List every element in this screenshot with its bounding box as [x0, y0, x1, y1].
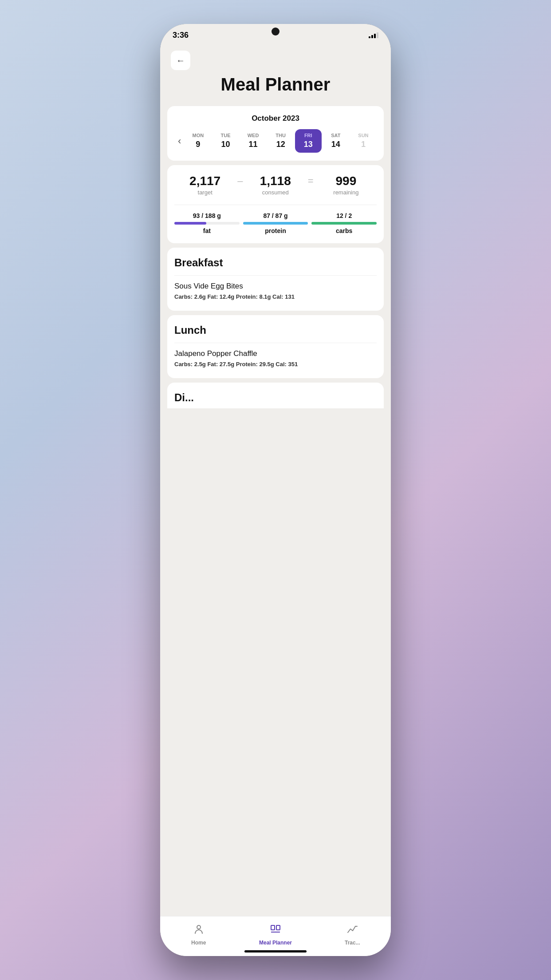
- lunch-title: Lunch: [174, 324, 377, 336]
- calendar-month: October 2023: [174, 114, 377, 123]
- protein-label: protein: [265, 227, 286, 234]
- day-saturday[interactable]: SAT 14: [323, 129, 349, 153]
- fat-value: 93 / 188 g: [193, 212, 221, 219]
- day-tuesday[interactable]: TUE 10: [212, 129, 239, 153]
- svg-point-0: [197, 925, 201, 929]
- macro-carbs: 12 / 2 carbs: [311, 212, 377, 234]
- carbs-bar-container: [311, 222, 377, 225]
- fat-label: fat: [203, 227, 211, 234]
- calories-row: 2,117 target – 1,118 consumed = 999 rema…: [174, 174, 377, 196]
- breakfast-section: Breakfast Sous Vide Egg Bites Carbs: 2.6…: [167, 248, 384, 311]
- back-button[interactable]: ←: [171, 51, 190, 70]
- day-sunday[interactable]: SUN 1: [350, 129, 377, 153]
- macro-divider: [174, 205, 377, 205]
- nav-home[interactable]: Home: [160, 924, 237, 946]
- nav-tracker[interactable]: Trac...: [314, 924, 391, 946]
- nav-home-label: Home: [191, 940, 206, 946]
- calendar-section: October 2023 ‹ MON 9 TUE 10: [167, 106, 384, 161]
- equals-operator: =: [306, 175, 315, 187]
- nav-meal-planner-label: Meal Planner: [259, 940, 292, 946]
- protein-bar-container: [243, 222, 308, 225]
- phone-screen: 3:36 ← Meal Planner October 2023: [160, 24, 391, 956]
- lunch-item-macros: Carbs: 2.5g Fat: 27.5g Protein: 29.5g Ca…: [174, 361, 377, 368]
- page-title: Meal Planner: [171, 75, 380, 95]
- meal-planner-icon: [270, 924, 281, 938]
- days-row: MON 9 TUE 10 WED 11: [185, 129, 377, 153]
- calendar-prev-button[interactable]: ‹: [174, 135, 185, 147]
- lunch-item-0[interactable]: Jalapeno Popper Chaffle Carbs: 2.5g Fat:…: [174, 343, 377, 369]
- minus-operator: –: [236, 175, 244, 187]
- camera-notch: [272, 28, 279, 36]
- calories-consumed: 1,118 consumed: [245, 174, 306, 196]
- carbs-value: 12 / 2: [336, 212, 352, 219]
- carbs-label: carbs: [336, 227, 352, 234]
- signal-icon: [369, 32, 378, 38]
- status-time: 3:36: [173, 31, 189, 40]
- day-thursday[interactable]: THU 12: [268, 129, 294, 153]
- breakfast-title: Breakfast: [174, 257, 377, 269]
- calories-target: 2,117 target: [174, 174, 236, 196]
- back-arrow-icon: ←: [176, 55, 185, 66]
- calendar-nav: ‹ MON 9 TUE 10: [174, 129, 377, 153]
- calories-remaining: 999 remaining: [315, 174, 377, 196]
- macros-row: 93 / 188 g fat 87 / 87 g protein: [174, 212, 377, 234]
- macro-protein: 87 / 87 g protein: [243, 212, 308, 234]
- day-monday[interactable]: MON 9: [185, 129, 211, 153]
- breakfast-item-name: Sous Vide Egg Bites: [174, 282, 377, 291]
- status-icons: [369, 32, 378, 38]
- lunch-item-name: Jalapeno Popper Chaffle: [174, 349, 377, 358]
- nav-tracker-label: Trac...: [345, 940, 360, 946]
- dinner-section: Di...: [167, 383, 384, 408]
- home-bar: [244, 950, 307, 952]
- tracker-icon: [346, 924, 358, 938]
- svg-rect-2: [276, 925, 280, 930]
- fat-bar-container: [174, 222, 240, 225]
- day-friday[interactable]: FRI 13: [295, 129, 322, 153]
- phone-frame: 3:36 ← Meal Planner October 2023: [160, 24, 391, 956]
- dinner-title: Di...: [174, 391, 377, 404]
- lunch-section: Lunch Jalapeno Popper Chaffle Carbs: 2.5…: [167, 315, 384, 378]
- breakfast-item-macros: Carbs: 2.6g Fat: 12.4g Protein: 8.1g Cal…: [174, 293, 377, 300]
- home-icon: [193, 924, 205, 938]
- macros-section: 2,117 target – 1,118 consumed = 999 rema…: [167, 165, 384, 243]
- main-scroll[interactable]: October 2023 ‹ MON 9 TUE 10: [160, 102, 391, 916]
- protein-value: 87 / 87 g: [263, 212, 287, 219]
- day-wednesday[interactable]: WED 11: [240, 129, 267, 153]
- svg-rect-1: [271, 925, 275, 930]
- protein-bar: [243, 222, 308, 225]
- breakfast-item-0[interactable]: Sous Vide Egg Bites Carbs: 2.6g Fat: 12.…: [174, 275, 377, 302]
- fat-bar: [174, 222, 206, 225]
- app-header: ← Meal Planner: [160, 46, 391, 102]
- carbs-bar: [311, 222, 377, 225]
- nav-meal-planner[interactable]: Meal Planner: [237, 924, 314, 946]
- macro-fat: 93 / 188 g fat: [174, 212, 240, 234]
